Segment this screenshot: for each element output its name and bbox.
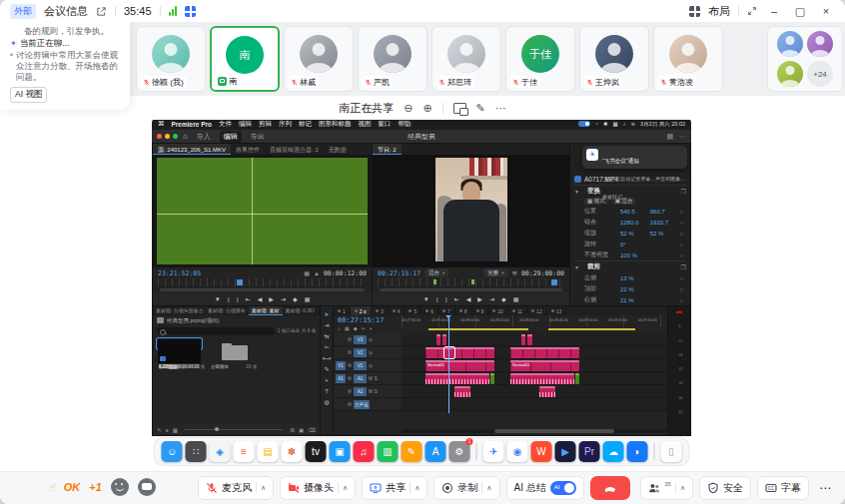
reset-property-icon[interactable]: ○ bbox=[680, 220, 683, 226]
track-name[interactable]: 主声道 bbox=[354, 400, 370, 409]
track-header[interactable]: V2 ◎ bbox=[334, 346, 402, 359]
record-button[interactable]: 录制∧ bbox=[433, 476, 499, 500]
transport-button[interactable]: ▦ bbox=[513, 295, 519, 302]
source-patch[interactable] bbox=[336, 348, 346, 357]
app-menu-name[interactable]: Premiere Pro bbox=[172, 121, 212, 128]
settings-wrench-icon[interactable]: ⚒ bbox=[512, 269, 517, 276]
property-value[interactable]: 0° bbox=[620, 242, 650, 248]
monitor-icon[interactable]: ▲ bbox=[314, 270, 320, 276]
transport-button[interactable]: ⇤ bbox=[454, 295, 459, 302]
bin-tab[interactable]: 素材箱: KJ8J bbox=[283, 306, 318, 315]
dock-icon[interactable]: ✽ bbox=[282, 441, 303, 462]
apple-menu-icon[interactable]: ⌘ bbox=[158, 120, 165, 128]
sequence-tab[interactable]: 4 bbox=[389, 306, 406, 315]
transport-button[interactable]: ⇥ bbox=[281, 295, 286, 302]
transport-button[interactable]: ▼ bbox=[423, 296, 429, 302]
monitor-icon[interactable]: ▦ bbox=[304, 269, 310, 276]
property-value[interactable]: 540.5 bbox=[620, 209, 650, 215]
transport-button[interactable]: ⇥ bbox=[489, 295, 494, 302]
sequence-tab[interactable]: 10 bbox=[488, 306, 508, 315]
track-name[interactable]: V3 bbox=[354, 335, 367, 344]
sequence-tab[interactable]: 8 bbox=[455, 306, 472, 315]
mic-options-chevron[interactable]: ∧ bbox=[261, 484, 266, 492]
timeline-clip[interactable] bbox=[510, 373, 574, 384]
menubar-status-icon[interactable]: ♪ bbox=[623, 121, 626, 127]
track-header[interactable]: V3 ◎ bbox=[334, 333, 402, 346]
panel-tab[interactable]: 效果控件 bbox=[231, 144, 265, 155]
source-timecode[interactable]: 23:21:52:05 bbox=[158, 269, 201, 277]
transport-button[interactable]: { bbox=[436, 296, 438, 302]
menubar-status-icon[interactable]: ▦ bbox=[613, 121, 618, 127]
maximize-button[interactable]: ▢ bbox=[791, 5, 809, 18]
tool-button[interactable]: ⇥ bbox=[324, 321, 329, 329]
panel-tab[interactable]: 源: 240123_206_S1.MKV bbox=[153, 144, 231, 155]
dock-icon[interactable]: ◉ bbox=[507, 441, 528, 462]
timeline-clip[interactable] bbox=[521, 334, 525, 345]
camera-options-chevron[interactable]: ∧ bbox=[343, 484, 348, 492]
track-name[interactable]: A1 bbox=[354, 374, 367, 383]
dock-icon[interactable]: ≡ bbox=[234, 441, 255, 462]
property-value[interactable]: 1280.0 bbox=[620, 220, 650, 226]
bin-tab[interactable]: 素材箱: 素材 bbox=[249, 306, 283, 315]
menubar-status-icon[interactable]: ✱ bbox=[603, 121, 608, 127]
timeline-clip[interactable] bbox=[527, 334, 531, 345]
source-patch[interactable] bbox=[336, 400, 346, 409]
property-value[interactable]: 52 % bbox=[620, 231, 650, 237]
track-icon[interactable]: ◎ bbox=[369, 350, 373, 355]
project-footer-icon[interactable]: ▣ bbox=[299, 427, 304, 433]
more-share-options-icon[interactable]: ⋯ bbox=[495, 102, 506, 115]
close-button[interactable]: × bbox=[817, 5, 835, 17]
fit-dropdown[interactable]: 适合▾ bbox=[424, 268, 448, 277]
program-marker-bar[interactable] bbox=[378, 278, 564, 286]
source-patch[interactable] bbox=[336, 387, 346, 396]
track-icon[interactable]: M bbox=[369, 376, 373, 381]
transport-button[interactable]: ◀ bbox=[258, 295, 263, 302]
property-value[interactable]: 100 % bbox=[620, 252, 650, 258]
dock-icon[interactable]: A bbox=[425, 441, 446, 462]
meeting-info-button[interactable]: 会议信息 bbox=[44, 4, 88, 19]
track-icon[interactable]: ◎ bbox=[369, 337, 373, 342]
reset-property-icon[interactable]: ○ bbox=[680, 242, 683, 248]
project-footer-icon[interactable]: ▦ bbox=[173, 427, 178, 433]
dock-icon[interactable]: tv bbox=[306, 441, 327, 462]
ai-view-badge[interactable]: AI 视图 bbox=[10, 87, 47, 103]
sequence-tab[interactable]: 13 bbox=[547, 306, 567, 315]
timeline-clip[interactable] bbox=[490, 373, 495, 384]
windows-icon[interactable] bbox=[453, 103, 466, 114]
timeline-ruler[interactable]: 00:27:30:0000:27:45:0000:28:00:0000:28:1… bbox=[402, 315, 667, 327]
sequence-tab[interactable]: 9 bbox=[472, 306, 489, 315]
participants-chevron[interactable]: ∧ bbox=[680, 484, 685, 492]
transport-button[interactable]: ◆ bbox=[293, 295, 298, 302]
participant-tile[interactable]: 严凯 bbox=[358, 26, 427, 92]
track-lock-icon[interactable] bbox=[348, 337, 352, 341]
reset-property-icon[interactable]: ○ bbox=[680, 209, 683, 215]
timeline-clip[interactable] bbox=[454, 386, 470, 397]
panel-tab[interactable]: 音频剪辑混合器: 2 bbox=[265, 144, 324, 155]
source-video-area[interactable] bbox=[153, 155, 372, 267]
track-lock-icon[interactable] bbox=[348, 350, 352, 354]
tool-button[interactable]: ✎ bbox=[324, 365, 329, 373]
reset-property-icon[interactable]: ○ bbox=[680, 252, 683, 258]
dock-icon[interactable]: ▯ bbox=[661, 441, 682, 462]
timeline-clip[interactable] bbox=[425, 373, 489, 384]
menu-item[interactable]: 标记 bbox=[299, 120, 312, 129]
participant-tile[interactable]: 王烨岚 bbox=[579, 26, 649, 92]
dock-icon[interactable]: ◗ bbox=[627, 441, 648, 462]
project-footer-icon[interactable]: ≡ bbox=[166, 427, 169, 433]
header-icon[interactable]: ⋯ bbox=[679, 133, 686, 141]
network-signal-icon[interactable] bbox=[169, 6, 177, 16]
dock-icon[interactable]: ♫ bbox=[354, 441, 375, 462]
reset-property-icon[interactable]: ○ bbox=[680, 231, 683, 237]
program-timecode[interactable]: 00:27:15:17 bbox=[378, 269, 421, 277]
workspace-tab[interactable]: 编辑 bbox=[220, 131, 242, 143]
timeline-clip[interactable] bbox=[436, 334, 440, 345]
track-lock-icon[interactable] bbox=[348, 376, 352, 380]
sequence-tab[interactable]: 11 bbox=[508, 306, 527, 315]
playback-quality-dropdown[interactable]: 完整▾ bbox=[483, 268, 507, 277]
panel-tab[interactable]: 节目: 2 bbox=[373, 144, 402, 155]
chat-button[interactable] bbox=[138, 478, 156, 496]
track-icon[interactable]: ◎ bbox=[369, 363, 373, 368]
reaction-button[interactable]: +1 bbox=[89, 481, 102, 493]
menu-item[interactable]: 窗口 bbox=[378, 120, 391, 129]
menu-item[interactable]: 序列 bbox=[279, 120, 292, 129]
